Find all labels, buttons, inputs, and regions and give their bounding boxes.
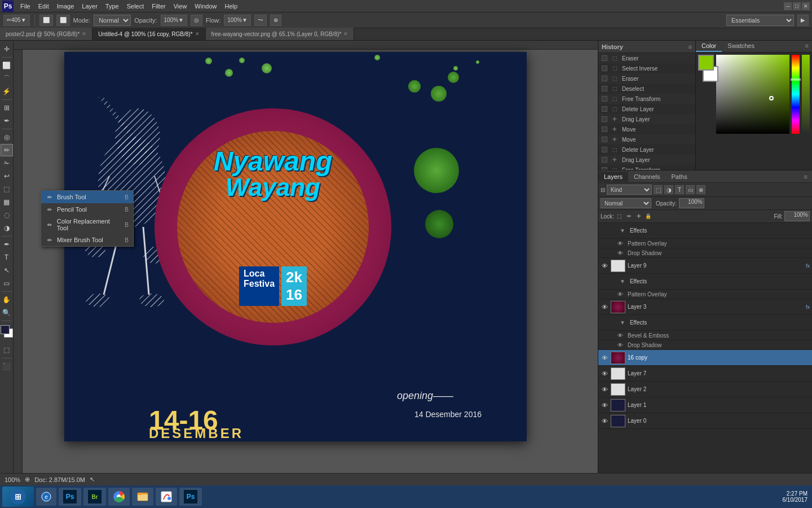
history-item-draglayer1[interactable]: ✛ Drag Layer [598,114,695,124]
history-checkbox-5[interactable] [602,96,607,102]
brush-options-btn[interactable]: ⬜ [39,15,53,26]
channels-tab[interactable]: Channels [628,172,665,182]
menu-view[interactable]: View [170,2,191,11]
history-checkbox-6[interactable] [602,106,607,112]
bevel-emboss-eye[interactable]: 👁 [616,331,624,339]
history-item-selectinverse[interactable]: ⬚ Select Inverse [598,63,695,73]
taskbar-ps2[interactable]: Ps [179,488,202,506]
brush-preset-picker[interactable]: ✏ 405 ▼ [3,15,30,26]
menu-file[interactable]: File [17,2,34,11]
history-item-move2[interactable]: ✛ Move [598,134,695,144]
pen-tool[interactable]: ✒ [1,238,13,251]
lock-pixels-btn[interactable]: ✏ [625,212,633,220]
close-button[interactable]: ✕ [802,2,810,10]
airbrush-toggle[interactable]: ◎ [191,15,202,26]
history-brush-tool[interactable]: ↩ [1,170,13,182]
layer-0-visibility[interactable]: 👁 [601,417,608,425]
history-checkbox-3[interactable] [602,76,607,81]
layer-blend-select[interactable]: Normal [601,198,651,208]
lock-all-btn[interactable]: 🔒 [645,212,652,220]
canvas-area[interactable]: Nyawang Wayang LocaFestiva 2k16 14-16 [14,41,598,492]
tab-untitled4[interactable]: Untitled-4 @ 100% (16 copy, RGB/8)* ✕ [92,28,205,40]
workspace-arrow[interactable]: ▶ [797,15,809,26]
drop-shadow-effect-1[interactable]: 👁 Drop Shadow [598,248,812,258]
tab-close-untitled4[interactable]: ✕ [195,31,200,37]
foreground-color[interactable] [1,325,10,334]
taskbar-ps-main[interactable]: Ps [59,488,81,506]
filter-smart-btn[interactable]: ⊕ [696,185,705,194]
color-panel-menu[interactable]: ≡ [802,41,812,52]
filter-text-btn[interactable]: T [675,185,684,194]
history-item-draglayer2[interactable]: ✛ Drag Layer [598,155,695,165]
popup-color-replacement-tool[interactable]: ✏ Color Replacement Tool B [41,216,133,234]
maximize-button[interactable]: □ [793,2,801,10]
brush-options-btn2[interactable]: ⬜ [56,15,70,26]
layer-2[interactable]: 👁 Layer 2 [598,382,812,397]
start-button[interactable]: ⊞ [2,487,34,507]
history-item-freetransform2[interactable]: ⬚ Free Transform [598,165,695,170]
minimize-button[interactable]: ─ [784,2,792,10]
popup-pencil-tool[interactable]: ✏ Pencil Tool B [41,203,133,216]
layer-7[interactable]: 👁 Layer 7 [598,366,812,382]
fill-input[interactable]: 100% [784,211,810,221]
popup-brush-tool[interactable]: ✏ Brush Tool B [41,191,133,203]
history-item-deselect[interactable]: ⬚ Deselect [598,84,695,94]
marquee-tool[interactable]: ⬜ [1,59,13,72]
bevel-emboss-effect[interactable]: 👁 Bevel & Emboss [598,331,812,340]
layer-7-visibility[interactable]: 👁 [601,370,608,378]
history-menu-btn[interactable]: ≡ [689,43,692,50]
swatches-tab[interactable]: Swatches [722,41,760,52]
layer-16-visibility[interactable]: 👁 [601,354,608,362]
color-tab[interactable]: Color [696,41,722,52]
drop-shadow-effect-2[interactable]: 👁 Drop Shadow [598,340,812,350]
taskbar-chrome[interactable] [108,488,130,506]
history-checkbox-1[interactable] [602,55,607,61]
history-item-eraser1[interactable]: ⬚ Eraser [598,53,695,63]
tab-poster2[interactable]: poster2.psd @ 50% (RGB/8)* ✕ [0,28,92,40]
smoothing-btn[interactable]: 〜 [254,15,267,26]
menu-layer[interactable]: Layer [78,2,101,11]
text-tool[interactable]: T [1,251,13,264]
path-select-tool[interactable]: ↖ [1,264,13,277]
blend-mode-select[interactable]: Normal [94,15,131,26]
layer-0[interactable]: 👁 Layer 0 [598,413,812,429]
history-item-deletelayer2[interactable]: ⬚ Delete Layer [598,144,695,155]
filter-adj-btn[interactable]: ◑ [664,185,673,194]
layers-tab[interactable]: Layers [598,172,628,182]
tab-wayang[interactable]: free-wayang-vector.png @ 65.1% (Layer 0,… [206,28,355,40]
pattern-overlay-effect-2[interactable]: 👁 Pattern Overlay [598,290,812,299]
history-checkbox-8[interactable] [602,126,607,132]
canvas-document[interactable]: Nyawang Wayang LocaFestiva 2k16 14-16 [64,52,527,441]
lasso-tool[interactable]: ⌒ [1,72,13,85]
workspace-select[interactable]: Essentials [726,15,794,26]
crop-tool[interactable]: ⊞ [1,102,13,114]
opacity-slider[interactable] [802,55,810,134]
zoom-tool[interactable]: 🔍 [1,306,13,319]
foreground-color-swatch[interactable] [698,55,714,71]
history-checkbox-2[interactable] [602,65,607,71]
menu-filter[interactable]: Filter [148,2,169,11]
layer-1[interactable]: 👁 Layer 1 [598,397,812,413]
opacity-value[interactable]: 100% ▼ [161,15,187,26]
magic-wand-tool[interactable]: ⚡ [1,85,13,98]
healing-brush-tool[interactable]: ◎ [1,131,13,143]
menu-edit[interactable]: Edit [35,2,52,11]
clone-stamp-tool[interactable]: ✁ [1,157,13,169]
opacity-input[interactable]: 100% [679,198,704,208]
pattern-overlay-effect-1[interactable]: 👁 Pattern Overlay [598,239,812,248]
hue-slider[interactable] [792,55,800,134]
menu-image[interactable]: Image [54,2,78,11]
screen-mode-btn[interactable]: ⬛ [1,360,13,373]
filter-pixel-btn[interactable]: ⬚ [654,185,663,194]
taskbar-bridge[interactable]: Br [83,488,106,506]
hand-tool[interactable]: ✋ [1,294,13,306]
history-checkbox-4[interactable] [602,86,607,91]
filter-shape-btn[interactable]: ▭ [686,185,695,194]
eraser-tool[interactable]: ⬚ [1,183,13,195]
drop-shadow-eye-1[interactable]: 👁 [616,249,624,257]
pattern-overlay-eye-1[interactable]: 👁 [616,239,624,247]
layers-panel-menu[interactable]: ≡ [800,172,812,182]
history-checkbox-12[interactable] [602,167,607,170]
dodge-tool[interactable]: ◑ [1,222,13,234]
flow-value[interactable]: 100% ▼ [224,15,250,26]
